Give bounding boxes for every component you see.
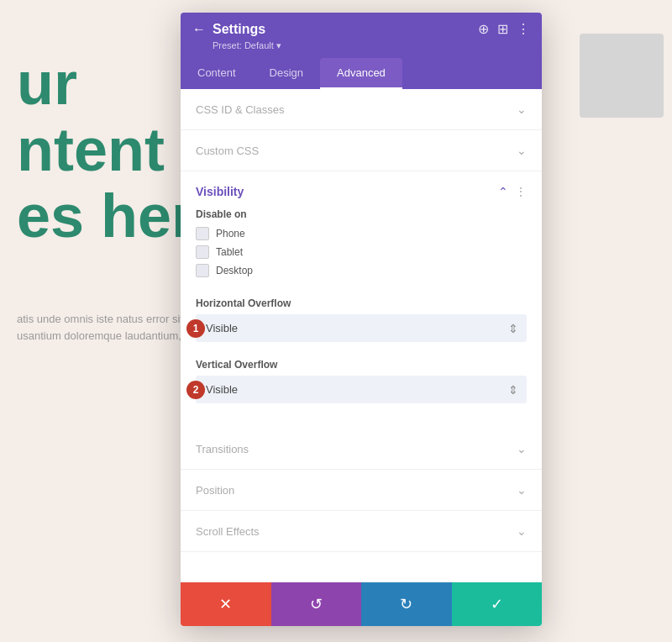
overlay-gray-box [580,34,664,118]
scroll-effects-chevron: ⌄ [517,524,527,538]
checkbox-phone-row: Phone [196,227,527,240]
vertical-overflow-select[interactable]: Visible Hidden Scroll Auto [196,376,527,403]
modal-footer: ✕ ↺ ↻ ✓ [181,582,542,626]
custom-css-section[interactable]: Custom CSS ⌄ [181,130,542,171]
position-label: Position [196,484,234,497]
checkbox-phone-label: Phone [216,228,245,239]
position-chevron: ⌄ [517,483,527,497]
checkbox-desktop[interactable] [196,264,209,277]
horizontal-overflow-badge: 1 [186,319,205,338]
tab-advanced[interactable]: Advanced [320,58,402,89]
divider-1 [181,412,542,429]
custom-css-chevron: ⌄ [517,144,527,157]
checkbox-tablet[interactable] [196,245,209,259]
tabs-row: Content Design Advanced [181,58,542,89]
vertical-overflow-badge: 2 [186,381,205,399]
scroll-effects-label: Scroll Effects [196,525,260,538]
back-icon[interactable]: ← [192,22,206,37]
css-id-label: CSS ID & Classes [196,103,284,116]
checkbox-tablet-row: Tablet [196,245,527,259]
modal-header-top: ← Settings ⊕ ⊞ ⋮ [192,21,530,37]
modal-header-icons: ⊕ ⊞ ⋮ [478,21,530,37]
vertical-overflow-label: Vertical Overflow [196,359,527,371]
horizontal-overflow-section: Horizontal Overflow 1 Visible Hidden Scr… [181,289,542,350]
transitions-label: Transitions [196,443,249,455]
disable-on-label: Disable on [196,208,527,220]
scroll-effects-section[interactable]: Scroll Effects ⌄ [181,511,542,552]
cancel-icon: ✕ [219,595,232,613]
checkbox-phone[interactable] [196,227,209,240]
cancel-button[interactable]: ✕ [181,582,271,626]
visibility-more-icon[interactable]: ⋮ [515,185,527,198]
checkbox-desktop-label: Desktop [216,265,253,276]
vertical-overflow-section: Vertical Overflow 2 Visible Hidden Scrol… [181,350,542,412]
visibility-header: Visibility ⌃ ⋮ [181,171,542,205]
checkbox-tablet-label: Tablet [216,246,243,258]
visibility-icons: ⌃ ⋮ [498,185,527,198]
columns-icon[interactable]: ⊞ [497,21,508,37]
modal-body: CSS ID & Classes ⌄ Custom CSS ⌄ Visibili… [181,89,542,582]
tab-design[interactable]: Design [253,58,320,89]
preset-label[interactable]: Preset: Default ▾ [213,40,530,51]
css-id-section[interactable]: CSS ID & Classes ⌄ [181,89,542,130]
save-button[interactable]: ✓ [452,582,543,626]
undo-icon: ↺ [310,595,323,613]
background-paragraph: atis unde omnis iste natus error sit usa… [17,311,193,344]
modal-title-row: ← Settings [192,22,265,37]
checkbox-desktop-row: Desktop [196,264,527,277]
transitions-section[interactable]: Transitions ⌄ [181,429,542,470]
modal-header: ← Settings ⊕ ⊞ ⋮ Preset: Default ▾ [181,13,542,58]
modal-title: Settings [213,22,265,37]
transitions-chevron: ⌄ [517,442,527,455]
custom-css-label: Custom CSS [196,145,259,157]
css-id-chevron: ⌄ [517,103,527,116]
visibility-chevron-up[interactable]: ⌃ [498,185,508,198]
visibility-title: Visibility [196,185,244,198]
horizontal-overflow-select[interactable]: Visible Hidden Scroll Auto [196,314,527,342]
target-icon[interactable]: ⊕ [478,21,489,37]
undo-button[interactable]: ↺ [271,582,362,626]
redo-icon: ↻ [400,595,412,613]
vertical-overflow-select-row: 2 Visible Hidden Scroll Auto ⇕ [196,376,527,403]
redo-button[interactable]: ↻ [361,582,452,626]
tab-content[interactable]: Content [181,58,253,89]
save-icon: ✓ [491,595,503,613]
horizontal-overflow-label: Horizontal Overflow [196,297,527,309]
horizontal-overflow-select-row: 1 Visible Hidden Scroll Auto ⇕ [196,314,527,342]
position-section[interactable]: Position ⌄ [181,470,542,511]
settings-modal: ← Settings ⊕ ⊞ ⋮ Preset: Default ▾ Conte… [181,13,542,626]
more-icon[interactable]: ⋮ [517,21,530,37]
visibility-body: Disable on Phone Tablet Desktop [181,205,542,289]
